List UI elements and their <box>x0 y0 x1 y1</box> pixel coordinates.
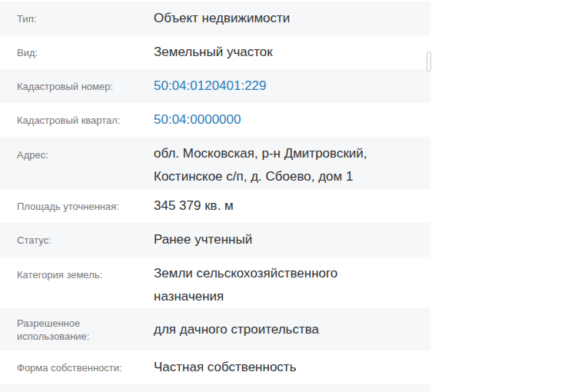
label-line: Кадастровый квартал: <box>17 114 140 127</box>
value-line: Ранее учтенный <box>154 228 252 251</box>
attribute-label: Тип: <box>17 12 140 25</box>
label-line: Площадь уточненная: <box>17 200 140 213</box>
value-line: 345 379 кв. м <box>154 194 234 218</box>
attribute-label: Форма собственности: <box>17 361 140 374</box>
row-cadastral-quarter: Кадастровый квартал: 50:04:0000000 <box>0 103 430 137</box>
row-permitted-use: Разрешенное использование: для дачного с… <box>0 308 430 350</box>
row-cadastral-number: Кадастровый номер: 50:04:0120401:229 <box>0 69 430 103</box>
value-line: обл. Московская, р-н Дмитровский, <box>154 142 367 165</box>
cadastral-quarter-link[interactable]: 50:04:0000000 <box>154 112 241 127</box>
attribute-value: обл. Московская, р-н Дмитровский, Костин… <box>154 137 367 188</box>
value-line: Частная собственность <box>154 356 297 379</box>
attribute-label: Разрешенное использование: <box>17 317 140 343</box>
value-line: Земельный участок <box>154 41 273 64</box>
row-kind: Вид: Земельный участок <box>0 35 430 69</box>
attribute-label: Кадастровый номер: <box>17 80 140 93</box>
attribute-value: Ранее учтенный <box>154 228 252 251</box>
attribute-value: для дачного строительства <box>154 318 319 341</box>
label-line: Тип: <box>17 12 140 25</box>
attribute-label: Вид: <box>17 46 140 59</box>
attribute-value: Частная собственность <box>154 356 297 379</box>
attribute-label: Адрес: <box>17 137 140 161</box>
value-line: Костинское с/п, д. Сбоево, дом 1 <box>154 165 367 188</box>
label-line: Адрес: <box>17 148 140 161</box>
value-line: назначения <box>154 285 337 308</box>
label-line: использование: <box>17 330 140 343</box>
label-line: Категория земель: <box>17 268 140 281</box>
property-attributes-table: Тип: Объект недвижимости Вид: Земельный … <box>0 2 430 392</box>
attribute-value: 345 379 кв. м <box>154 194 234 218</box>
property-details-page: Тип: Объект недвижимости Вид: Земельный … <box>0 0 568 392</box>
label-line: Разрешенное <box>17 317 140 330</box>
cadastral-number-link[interactable]: 50:04:0120401:229 <box>154 78 267 93</box>
row-ownership-form: Форма собственности: Частная собственнос… <box>0 350 430 384</box>
label-line: Статус: <box>17 234 140 247</box>
attribute-value: 50:04:0120401:229 <box>154 75 267 98</box>
value-line: для дачного строительства <box>154 318 319 341</box>
value-line: Объект недвижимости <box>154 7 290 30</box>
row-partial-next <box>0 384 430 392</box>
row-address: Адрес: обл. Московская, р-н Дмитровский,… <box>0 137 430 189</box>
label-line: Вид: <box>17 46 140 59</box>
row-type: Тип: Объект недвижимости <box>0 2 430 35</box>
label-line: Форма собственности: <box>17 361 140 374</box>
row-area: Площадь уточненная: 345 379 кв. м <box>0 189 430 223</box>
scrollbar-thumb[interactable] <box>427 51 431 71</box>
row-land-category: Категория земель: Земли сельскохозяйстве… <box>0 257 430 308</box>
row-status: Статус: Ранее учтенный <box>0 223 430 257</box>
label-line: Кадастровый номер: <box>17 80 140 93</box>
attribute-value: Объект недвижимости <box>154 7 290 30</box>
attribute-label: Кадастровый квартал: <box>17 114 140 127</box>
attribute-label: Статус: <box>17 234 140 247</box>
attribute-label: Площадь уточненная: <box>17 200 140 213</box>
value-line: Земли сельскохозяйственного <box>154 262 337 285</box>
attribute-label: Категория земель: <box>17 257 140 281</box>
attribute-value: Земли сельскохозяйственного назначения <box>154 257 337 308</box>
attribute-value: 50:04:0000000 <box>154 108 241 131</box>
attribute-value: Земельный участок <box>154 41 273 64</box>
